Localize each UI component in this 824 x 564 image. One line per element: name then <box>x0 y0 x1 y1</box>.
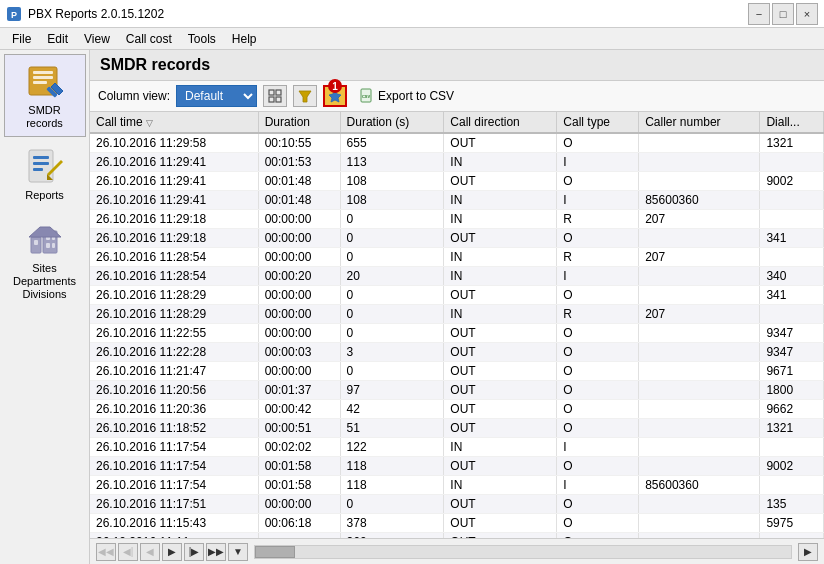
reports-icon <box>25 146 65 186</box>
table-row[interactable]: 26.10.2016 11:18:5200:00:5151OUTO1321 <box>90 419 824 438</box>
maximize-button[interactable]: □ <box>772 3 794 25</box>
menu-tools[interactable]: Tools <box>180 30 224 48</box>
minimize-button[interactable]: − <box>748 3 770 25</box>
col-call-time[interactable]: Call time ▽ <box>90 112 258 133</box>
svg-rect-4 <box>33 76 53 79</box>
sidebar-item-sites[interactable]: SitesDepartmentsDivisions <box>4 212 86 309</box>
table-cell: 97 <box>340 381 444 400</box>
col-duration[interactable]: Duration <box>258 112 340 133</box>
table-cell <box>760 476 824 495</box>
col-call-type[interactable]: Call type <box>557 112 639 133</box>
table-row[interactable]: 26.10.2016 11:28:5400:00:2020INI340 <box>90 267 824 286</box>
table-cell: O <box>557 533 639 539</box>
col-duration-s[interactable]: Duration (s) <box>340 112 444 133</box>
table-cell: 20 <box>340 267 444 286</box>
table-row[interactable]: 26.10.2016 11:21:4700:00:000OUTO9671 <box>90 362 824 381</box>
next-button[interactable]: ▶ <box>162 543 182 561</box>
table-cell: 9002 <box>760 457 824 476</box>
menu-edit[interactable]: Edit <box>39 30 76 48</box>
svg-rect-25 <box>276 97 281 102</box>
svg-marker-26 <box>299 91 311 102</box>
table-row[interactable]: 26.10.2016 11:29:4100:01:53113INI <box>90 153 824 172</box>
prev-button[interactable]: ◀ <box>140 543 160 561</box>
table-row[interactable]: 26.10.2016 11:15:4300:06:18378OUTO5975 <box>90 514 824 533</box>
table-cell: O <box>557 229 639 248</box>
table-cell: R <box>557 210 639 229</box>
table-container[interactable]: Call time ▽ Duration Duration (s) Call d… <box>90 112 824 538</box>
first-page-button[interactable]: ◀◀ <box>96 543 116 561</box>
table-cell: 122 <box>340 438 444 457</box>
table-cell: 113 <box>340 153 444 172</box>
table-cell: 340 <box>760 267 824 286</box>
menu-file[interactable]: File <box>4 30 39 48</box>
table-cell: IN <box>444 267 557 286</box>
table-cell: 00:01:48 <box>258 172 340 191</box>
table-cell: 0 <box>340 286 444 305</box>
next-page-button[interactable]: |▶ <box>184 543 204 561</box>
table-row[interactable]: 26.10.2016 11:17:5400:01:58118INI8560036… <box>90 476 824 495</box>
table-cell: 26.10.2016 11:29:41 <box>90 191 258 210</box>
table-cell: OUT <box>444 324 557 343</box>
sidebar-item-smdr-records[interactable]: SMDR records <box>4 54 86 137</box>
table-row[interactable]: 26.10.2016 11:17:5400:01:58118OUTO9002 <box>90 457 824 476</box>
table-cell: R <box>557 248 639 267</box>
scroll-right-button[interactable]: ▶ <box>798 543 818 561</box>
table-row[interactable]: 26.10.2016 11:17:5100:00:000OUTO135 <box>90 495 824 514</box>
table-row[interactable]: 26.10.2016 11:11:......360OUTO <box>90 533 824 539</box>
table-cell <box>639 514 760 533</box>
table-cell: 1321 <box>760 133 824 153</box>
col-dialled[interactable]: Diall... <box>760 112 824 133</box>
column-view-label: Column view: <box>98 89 170 103</box>
sort-arrow: ▽ <box>146 118 153 128</box>
table-cell <box>639 172 760 191</box>
menu-view[interactable]: View <box>76 30 118 48</box>
table-row[interactable]: 26.10.2016 11:20:5600:01:3797OUTO1800 <box>90 381 824 400</box>
table-cell: 108 <box>340 191 444 210</box>
sidebar-item-reports[interactable]: Reports <box>4 139 86 209</box>
prev-page-button[interactable]: ◀| <box>118 543 138 561</box>
table-row[interactable]: 26.10.2016 11:22:2800:00:033OUTO9347 <box>90 343 824 362</box>
table-row[interactable]: 26.10.2016 11:29:4100:01:48108INI8560036… <box>90 191 824 210</box>
table-cell: 341 <box>760 286 824 305</box>
table-row[interactable]: 26.10.2016 11:29:4100:01:48108OUTO9002 <box>90 172 824 191</box>
table-cell: 5975 <box>760 514 824 533</box>
table-cell <box>639 133 760 153</box>
scrollbar-thumb[interactable] <box>255 546 295 558</box>
filter-nav-button[interactable]: ▼ <box>228 543 248 561</box>
table-cell: IN <box>444 248 557 267</box>
sidebar-reports-label: Reports <box>25 189 64 202</box>
table-row[interactable]: 26.10.2016 11:28:2900:00:000INR207 <box>90 305 824 324</box>
table-row[interactable]: 26.10.2016 11:22:5500:00:000OUTO9347 <box>90 324 824 343</box>
table-row[interactable]: 26.10.2016 11:28:5400:00:000INR207 <box>90 248 824 267</box>
table-row[interactable]: 26.10.2016 11:28:2900:00:000OUTO341 <box>90 286 824 305</box>
table-cell <box>760 438 824 457</box>
table-row[interactable]: 26.10.2016 11:29:1800:00:000OUTO341 <box>90 229 824 248</box>
menu-call-cost[interactable]: Call cost <box>118 30 180 48</box>
horizontal-scrollbar[interactable] <box>254 545 792 559</box>
table-row[interactable]: 26.10.2016 11:17:5400:02:02122INI <box>90 438 824 457</box>
col-caller-number[interactable]: Caller number <box>639 112 760 133</box>
menu-help[interactable]: Help <box>224 30 265 48</box>
table-row[interactable]: 26.10.2016 11:29:5800:10:55655OUTO1321 <box>90 133 824 153</box>
table-cell: 26.10.2016 11:28:54 <box>90 267 258 286</box>
col-call-direction[interactable]: Call direction <box>444 112 557 133</box>
table-row[interactable]: 26.10.2016 11:20:3600:00:4242OUTO9662 <box>90 400 824 419</box>
highlight-button[interactable]: 1 <box>323 85 347 107</box>
table-cell: 118 <box>340 457 444 476</box>
table-cell: 26.10.2016 11:17:54 <box>90 457 258 476</box>
grid-view-button[interactable] <box>263 85 287 107</box>
close-button[interactable]: × <box>796 3 818 25</box>
table-cell: 0 <box>340 324 444 343</box>
table-cell: 00:00:00 <box>258 210 340 229</box>
main-layout: SMDR records Reports <box>0 50 824 564</box>
last-page-button[interactable]: ▶▶ <box>206 543 226 561</box>
table-cell: 9347 <box>760 324 824 343</box>
table-cell: O <box>557 286 639 305</box>
column-view-select[interactable]: Default Custom Extended <box>176 85 257 107</box>
table-cell: R <box>557 305 639 324</box>
filter-button[interactable] <box>293 85 317 107</box>
table-row[interactable]: 26.10.2016 11:29:1800:00:000INR207 <box>90 210 824 229</box>
export-csv-button[interactable]: CSV Export to CSV <box>353 86 460 106</box>
table-cell: O <box>557 172 639 191</box>
table-cell <box>639 343 760 362</box>
